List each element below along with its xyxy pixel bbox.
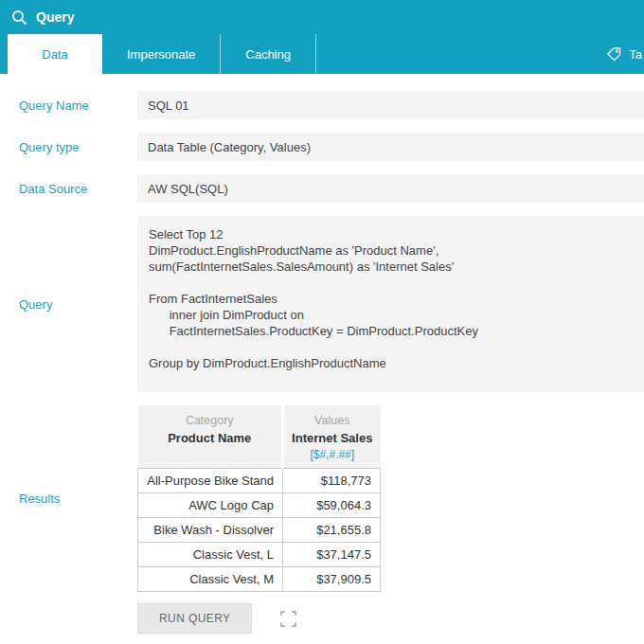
cell-product-name: AWC Logo Cap [138, 493, 283, 518]
query-type-row: Query type Data Table (Category, Values) [0, 133, 644, 161]
tab-bar: Data Impersonate Caching Ta [0, 34, 644, 74]
column-group-label: Values [284, 405, 381, 427]
query-type-label: Query type [0, 140, 137, 154]
search-icon [11, 9, 27, 26]
dialog-header: Query [0, 0, 644, 34]
table-row: AWC Logo Cap $59,064.3 [138, 493, 381, 518]
expand-preview-button[interactable] [280, 611, 296, 627]
table-row: Classic Vest, M $37,909.5 [138, 567, 381, 592]
column-group-label: Category [138, 405, 282, 427]
tab-impersonate[interactable]: Impersonate [102, 34, 221, 74]
cell-product-name: All-Purpose Bike Stand [138, 469, 283, 493]
cell-internet-sales: $118,773 [283, 469, 381, 493]
query-row: Query Select Top 12 DimProduct.EnglishPr… [0, 216, 644, 392]
results-table: Category Product Name Values Internet Sa… [137, 405, 381, 592]
column-name-label: Internet Sales [284, 427, 381, 445]
fullscreen-icon [280, 611, 296, 627]
tags-label: Ta [629, 47, 642, 62]
results-label: Results [0, 492, 137, 506]
query-name-label: Query Name [0, 98, 137, 113]
dialog-title: Query [36, 9, 74, 25]
column-format-label [138, 445, 282, 459]
query-editor[interactable]: Select Top 12 DimProduct.EnglishProductN… [137, 216, 644, 392]
tab-data[interactable]: Data [8, 34, 102, 74]
query-name-input[interactable]: SQL 01 [137, 91, 644, 119]
data-source-label: Data Source [0, 182, 137, 196]
table-row: Classic Vest, L $37,147.5 [138, 543, 381, 567]
tag-icon [606, 46, 622, 63]
results-preview: Category Product Name Values Internet Sa… [137, 405, 644, 592]
query-type-select[interactable]: Data Table (Category, Values) [137, 133, 644, 161]
cell-internet-sales: $21,655.8 [283, 518, 381, 543]
cell-product-name: Classic Vest, L [138, 543, 283, 567]
cell-internet-sales: $37,147.5 [283, 543, 381, 567]
cell-product-name: Bike Wash - Dissolver [138, 518, 283, 543]
table-row: Bike Wash - Dissolver $21,655.8 [138, 518, 381, 543]
run-query-button[interactable]: RUN QUERY [137, 603, 252, 634]
tags-button[interactable]: Ta [606, 34, 644, 74]
query-label: Query [0, 297, 137, 312]
cell-internet-sales: $59,064.3 [283, 493, 381, 518]
query-name-row: Query Name SQL 01 [0, 91, 644, 119]
table-row: All-Purpose Bike Stand $118,773 [138, 469, 381, 493]
cell-internet-sales: $37,909.5 [283, 567, 381, 592]
column-format-link[interactable]: [$#,#.##] [284, 445, 381, 468]
tab-caching[interactable]: Caching [221, 34, 316, 74]
results-column-header-category: Category Product Name [138, 405, 283, 469]
data-source-row: Data Source AW SQL(SQL) [0, 174, 644, 203]
results-actions: RUN QUERY [137, 603, 644, 634]
query-form: Query Name SQL 01 Query type Data Table … [0, 74, 644, 634]
cell-product-name: Classic Vest, M [138, 567, 283, 592]
results-row: Results Category Product Name Values Int… [0, 405, 644, 592]
column-name-label: Product Name [138, 427, 282, 445]
results-column-header-values: Values Internet Sales [$#,#.##] [283, 405, 381, 469]
data-source-select[interactable]: AW SQL(SQL) [137, 174, 644, 203]
